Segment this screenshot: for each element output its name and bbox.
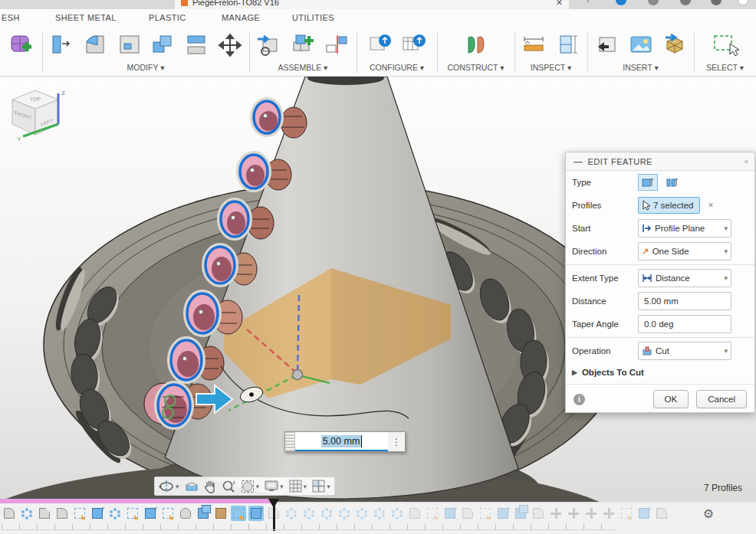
configuration-table-icon[interactable] (400, 31, 428, 59)
operation-dropdown[interactable]: Cut ▾ (638, 342, 731, 360)
timeline-feature-extrude[interactable] (442, 506, 458, 521)
timeline-feature-sketch[interactable] (160, 506, 176, 521)
timeline-feature-pattern[interactable] (372, 506, 387, 521)
look-at-button[interactable] (185, 480, 199, 493)
extrude-type-thin-button[interactable] (662, 174, 682, 191)
tab-mesh[interactable]: ESH (2, 13, 20, 22)
orbit-button[interactable]: ▾ (159, 480, 179, 493)
timeline-feature-extrude[interactable] (495, 506, 511, 521)
new-tab-icon[interactable]: + (585, 0, 591, 5)
distance-input[interactable]: 5.00 mm (638, 292, 731, 310)
select-menu[interactable]: SELECT ▾ (694, 63, 756, 72)
insert-menu[interactable]: INSERT ▾ (587, 63, 694, 72)
timeline-feature-move[interactable] (583, 506, 599, 521)
timeline-feature-fillet[interactable] (654, 506, 669, 521)
timeline-feature-combine[interactable] (196, 506, 211, 521)
combine-icon[interactable] (150, 31, 177, 59)
timeline-feature-fillet[interactable] (407, 506, 422, 521)
close-tab-icon[interactable]: ✕ (556, 0, 563, 8)
expand-icon[interactable]: » (744, 157, 748, 165)
timeline-feature-sketch[interactable] (425, 506, 440, 521)
timeline-feature-extrude[interactable] (90, 506, 105, 521)
notifications-bell-icon[interactable] (680, 0, 691, 5)
assemble-menu[interactable]: ASSEMBLE ▾ (249, 63, 357, 72)
tab-utilities[interactable]: UTILITIES (292, 13, 334, 22)
timeline-feature-sketch[interactable] (619, 506, 634, 521)
fillet-icon[interactable] (82, 31, 110, 59)
timeline-feature-move[interactable] (566, 506, 581, 521)
view-cube[interactable]: TOP FRONT LEFT Z Y (0, 77, 71, 147)
timeline-feature-pattern[interactable] (301, 506, 317, 521)
joint-icon[interactable] (323, 31, 350, 59)
timeline-ruler[interactable] (2, 524, 615, 530)
timeline-feature-pattern[interactable] (107, 506, 123, 521)
dialog-header[interactable]: — EDIT FEATURE » (566, 152, 754, 171)
extrude-type-one-side-button[interactable] (638, 174, 658, 191)
insert-mesh-icon[interactable] (661, 31, 689, 59)
zoom-button[interactable]: ± (222, 480, 235, 493)
timeline-feature-sketch[interactable] (478, 506, 493, 521)
timeline-feature-move[interactable] (601, 506, 616, 521)
timeline-feature-pattern[interactable] (19, 506, 35, 521)
taper-angle-input[interactable]: 0.0 deg (638, 315, 731, 333)
grid-layout-button[interactable]: ▾ (289, 480, 307, 493)
new-component-icon[interactable] (289, 31, 317, 59)
timeline-feature-sketch[interactable] (231, 506, 246, 521)
fit-button[interactable]: ▾ (241, 480, 260, 493)
insert-component-icon[interactable] (255, 31, 283, 59)
job-status-icon[interactable] (616, 0, 626, 5)
timeline-feature-chamfer[interactable] (37, 506, 52, 521)
timeline-feature-extrude[interactable] (143, 506, 158, 521)
collapse-icon[interactable]: — (574, 157, 583, 166)
extension-icon[interactable] (648, 0, 659, 5)
timeline-feature-sketch[interactable] (72, 506, 87, 521)
timeline-feature-form[interactable] (178, 506, 193, 521)
viewports-button[interactable]: ▾ (312, 480, 330, 493)
timeline-feature-pattern[interactable] (284, 506, 299, 521)
timeline-feature-pattern[interactable] (319, 506, 334, 521)
ok-button[interactable]: OK (653, 390, 689, 408)
timeline-feature-move[interactable] (548, 506, 564, 521)
document-tab[interactable]: PiegeFrelon-TO82 V16 ✕ (175, 0, 569, 9)
extent-type-dropdown[interactable]: Distance ▾ (638, 269, 731, 287)
select-icon[interactable] (710, 31, 741, 59)
drag-handle[interactable] (285, 432, 295, 451)
timeline-feature-fillet[interactable] (2, 506, 17, 521)
timeline-feature-extrude[interactable] (248, 506, 264, 521)
create-mesh-icon[interactable] (8, 31, 35, 59)
timeline-feature-combine[interactable] (513, 506, 528, 521)
tab-sheet-metal[interactable]: SHEET METAL (55, 13, 117, 22)
timeline-settings-gear-icon[interactable]: ⚙ (703, 506, 714, 521)
timeline-feature-decal[interactable] (213, 506, 228, 521)
user-avatar[interactable] (738, 0, 748, 5)
construct-plane-icon[interactable] (462, 31, 490, 59)
timeline-feature-sketch[interactable] (125, 506, 140, 521)
timeline-feature-pattern[interactable] (337, 506, 352, 521)
timeline-feature-fillet[interactable] (54, 506, 70, 521)
direction-dropdown[interactable]: ↗ One Side ▾ (638, 242, 731, 260)
tab-manage[interactable]: MANAGE (222, 13, 260, 22)
modify-menu[interactable]: MODIFY ▾ (42, 63, 249, 72)
insert-image-icon[interactable] (627, 31, 655, 59)
configure-menu[interactable]: CONFIGURE ▾ (357, 63, 437, 72)
timeline-feature-fillet[interactable] (531, 506, 546, 521)
display-settings-button[interactable]: ▾ (265, 480, 284, 492)
inspect-menu[interactable]: INSPECT ▾ (514, 63, 587, 72)
info-icon[interactable]: i (574, 394, 585, 405)
insert-derive-icon[interactable] (593, 31, 621, 59)
dimension-options-icon[interactable]: ⋮ (388, 432, 405, 451)
timeline-feature-pattern[interactable] (354, 506, 370, 521)
timeline-feature-extrude[interactable] (636, 506, 652, 521)
profiles-selection-chip[interactable]: 7 selected (638, 197, 700, 214)
objects-to-cut-expander[interactable]: ▶ Objects To Cut (566, 362, 754, 382)
section-analysis-icon[interactable] (554, 31, 582, 59)
split-body-icon[interactable] (183, 31, 211, 59)
help-icon[interactable] (711, 0, 721, 5)
clear-selection-icon[interactable]: × (708, 200, 713, 211)
start-dropdown[interactable]: Profile Plane ▾ (638, 219, 731, 238)
dimension-input[interactable]: 5.00 mm (295, 432, 388, 451)
cancel-button[interactable]: Cancel (696, 390, 747, 408)
timeline-feature-fillet[interactable] (460, 506, 475, 521)
move-copy-icon[interactable] (217, 32, 243, 58)
pan-button[interactable] (204, 480, 216, 493)
